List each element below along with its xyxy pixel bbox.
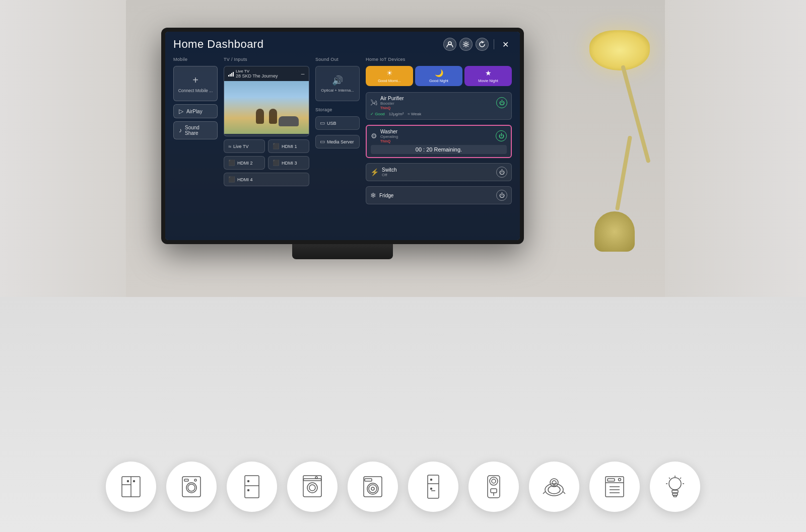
tall-fridge-svg: [420, 474, 446, 500]
svg-point-11: [194, 479, 196, 481]
air-purifier-power-button[interactable]: ⏻: [496, 97, 507, 108]
washing-machine-circle-icon[interactable]: [166, 462, 217, 512]
sound-share-button[interactable]: ♪ Sound Share: [173, 121, 218, 139]
livetv-icon: ≈: [228, 143, 231, 149]
left-wall: [0, 0, 131, 322]
hdmi1-button[interactable]: ⬛ HDMI 1: [268, 139, 309, 153]
header-divider: [494, 39, 494, 49]
morning-label: Good Morni...: [378, 79, 400, 83]
live-tv-card[interactable]: Live TV 28 SKD The Journey −: [224, 66, 309, 136]
plus-icon: +: [192, 74, 198, 86]
dishwasher-circle-icon[interactable]: [589, 462, 640, 512]
live-tv-info: Live TV 28 SKD The Journey: [228, 69, 278, 79]
svg-point-9: [188, 484, 195, 491]
bottom-device-icons: [106, 462, 700, 512]
profile-button[interactable]: [443, 38, 456, 51]
settings-button[interactable]: [459, 38, 473, 51]
usb-button[interactable]: ▭ USB: [315, 116, 360, 130]
washer-timer: 00 : 20 Remaining.: [371, 145, 507, 154]
dashboard-title: Home Dashboard: [173, 38, 263, 51]
robot-vacuum-circle-icon[interactable]: [529, 462, 579, 512]
switch-header: ⚡ Switch Off ⏻: [370, 167, 507, 178]
figure-1: [256, 109, 264, 124]
air-purifier-icon: 🌬: [370, 99, 377, 107]
live-tv-channel-info: Live TV 28 SKD The Journey: [236, 69, 278, 79]
tv-column-label: TV / Inputs: [224, 57, 309, 62]
switch-name: Switch: [382, 167, 396, 173]
light-circle-icon[interactable]: [650, 462, 700, 512]
hdmi4-button[interactable]: ⬛ HDMI 4: [224, 173, 309, 186]
server-icon: ▭: [320, 138, 325, 145]
svg-point-5: [127, 481, 129, 482]
good-night-button[interactable]: 🌙 Good Night: [415, 66, 462, 86]
refresh-button[interactable]: [476, 38, 489, 51]
airplay-icon: ▷: [179, 108, 183, 115]
live-tv-header: Live TV 28 SKD The Journey −: [224, 66, 309, 81]
fridge-icon: ❄: [370, 191, 376, 199]
movie-night-button[interactable]: ★ Movie Night: [464, 66, 512, 86]
dashboard-controls: ✕: [443, 38, 512, 51]
signal-bars: [228, 71, 234, 77]
hdmi4-icon: ⬛: [228, 176, 235, 183]
hdmi2-label: HDMI 2: [237, 161, 253, 166]
hdmi3-icon: ⬛: [273, 160, 280, 166]
topload-washer-circle-icon[interactable]: [287, 462, 338, 512]
speaker-icon: 🔊: [332, 75, 343, 86]
washer-power-button[interactable]: ⏻: [496, 130, 507, 141]
close-button[interactable]: ✕: [499, 39, 512, 50]
media-server-button[interactable]: ▭ Media Server: [315, 135, 360, 148]
switch-text: Switch Off: [382, 167, 396, 177]
svg-point-6: [133, 481, 135, 482]
switch-sub: Off: [382, 173, 396, 177]
water-purifier-circle-icon[interactable]: [468, 462, 519, 512]
sound-output-button[interactable]: 🔊 Optical + Interna...: [315, 66, 360, 101]
svg-point-49: [669, 478, 681, 490]
pm-value: 12μg/m²: [389, 112, 404, 116]
switch-power-button[interactable]: ⏻: [496, 167, 507, 178]
fridge-circle-icon[interactable]: [106, 462, 156, 512]
live-tv-btn-label: Live TV: [233, 144, 248, 149]
air-purifier-name: Air Purifier: [380, 96, 404, 101]
floor-lamp: [559, 0, 660, 252]
switch-card: ⚡ Switch Off ⏻: [366, 163, 512, 181]
hdmi3-button[interactable]: ⬛ HDMI 3: [268, 156, 309, 170]
star-icon: ★: [485, 69, 492, 77]
washer-thinq: ThinQ: [380, 139, 398, 143]
hdmi2-icon: ⬛: [228, 160, 235, 166]
switch-info: ⚡ Switch Off: [370, 167, 396, 177]
usb-icon: ▭: [320, 120, 325, 126]
hdmi3-label: HDMI 3: [282, 161, 297, 166]
air-purifier-info: 🌬 Air Purifier Booster ThinQ: [370, 96, 404, 110]
thumbnail-scene: [224, 81, 309, 134]
svg-line-55: [680, 478, 681, 479]
airplay-button[interactable]: ▷ AirPlay: [173, 104, 218, 118]
svg-point-33: [492, 479, 496, 483]
air-quality-good: ✓ Good: [370, 112, 385, 116]
fridge-text: Fridge: [379, 193, 393, 198]
air-purifier-thinq: ThinQ: [380, 106, 404, 110]
live-tv-thumbnail: [224, 81, 309, 134]
connect-label: Connect Mobile ...: [178, 88, 213, 93]
svg-point-23: [369, 485, 377, 493]
svg-point-39: [552, 481, 556, 485]
dashboard-header: Home Dashboard: [173, 38, 512, 51]
dryer-circle-icon[interactable]: [348, 462, 398, 512]
home-dashboard: Home Dashboard: [165, 32, 520, 240]
live-tv-button[interactable]: ≈ Live TV: [224, 139, 265, 153]
fridge-power-button[interactable]: ⏻: [496, 190, 507, 201]
good-morning-button[interactable]: ☀ Good Morni...: [366, 66, 413, 86]
air-purifier-text: Air Purifier Booster ThinQ: [380, 96, 404, 110]
fridge-double-door-svg: [118, 474, 144, 500]
signal-bar-2: [230, 74, 231, 77]
connect-mobile-button[interactable]: + Connect Mobile ...: [173, 66, 218, 101]
moon-icon: 🌙: [435, 69, 443, 77]
washer-info: ⚙ Washer Operating ThinQ: [371, 129, 398, 143]
minimize-icon[interactable]: −: [301, 70, 305, 78]
svg-rect-16: [303, 479, 321, 497]
sound-output-label: Optical + Interna...: [321, 88, 354, 93]
hdmi2-button[interactable]: ⬛ HDMI 2: [224, 156, 265, 170]
freezer-column-circle-icon[interactable]: [227, 462, 277, 512]
signal-bar-1: [228, 75, 229, 77]
tall-fridge-circle-icon[interactable]: [408, 462, 458, 512]
tv-screen: Home Dashboard: [165, 32, 520, 240]
